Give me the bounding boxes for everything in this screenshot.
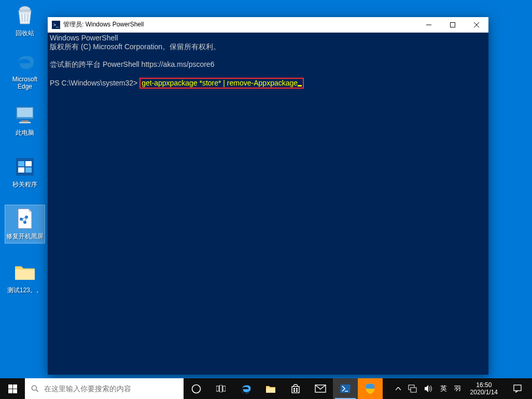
svg-rect-35 — [514, 385, 521, 391]
taskbar-explorer[interactable] — [258, 378, 283, 399]
desktop-icon-label: 测试123。。 — [5, 286, 45, 295]
svg-rect-2 — [21, 120, 29, 122]
desktop-icon-label: 修复开机黑屏 — [5, 232, 45, 241]
desktop[interactable]: 回收站 Microsoft Edge 此电脑 秒关程序 修复开机黑屏 测试123… — [0, 0, 532, 378]
svg-rect-23 — [216, 386, 219, 391]
search-box[interactable] — [25, 378, 184, 399]
network-icon[interactable] — [406, 378, 419, 399]
taskbar-edge[interactable] — [233, 378, 258, 399]
action-center-button[interactable] — [505, 384, 530, 393]
svg-rect-7 — [18, 167, 24, 173]
svg-rect-3 — [19, 122, 31, 123]
desktop-icon-label: 回收站 — [5, 29, 45, 38]
svg-rect-31 — [296, 390, 298, 392]
system-tray: 英 羽 16:50 2020/1/14 — [391, 378, 532, 399]
desktop-icon-repair-blackscreen[interactable]: 修复开机黑屏 — [5, 205, 45, 243]
command-highlight: get-appxpackage *store* | remove-Appxpac… — [139, 78, 304, 89]
folder-icon — [13, 261, 36, 284]
desktop-icon-shutdown-app[interactable]: 秒关程序 — [5, 155, 45, 189]
task-items — [184, 378, 383, 399]
volume-icon[interactable] — [422, 378, 435, 399]
search-icon — [31, 384, 39, 393]
taskbar-store[interactable] — [283, 378, 308, 399]
desktop-icon-label: 秒关程序 — [5, 180, 45, 189]
edge-icon — [13, 51, 36, 74]
minimize-button[interactable] — [417, 17, 441, 33]
ime-mode-indicator[interactable]: 羽 — [452, 378, 463, 399]
taskbar-uac-prompt[interactable] — [358, 378, 383, 399]
recycle-bin-icon — [13, 4, 36, 27]
taskbar-mail[interactable] — [308, 378, 333, 399]
svg-rect-25 — [223, 386, 226, 391]
desktop-icon-edge[interactable]: Microsoft Edge — [5, 51, 45, 90]
clock[interactable]: 16:50 2020/1/14 — [466, 381, 502, 396]
svg-rect-29 — [296, 388, 298, 390]
svg-rect-5 — [18, 161, 24, 166]
desktop-icon-label: 此电脑 — [5, 129, 45, 137]
console-line: 尝试新的跨平台 PowerShell https://aka.ms/pscore… — [50, 60, 486, 69]
powershell-window: >_ 管理员: Windows PowerShell Windows Power… — [48, 17, 488, 375]
svg-rect-34 — [411, 388, 416, 392]
svg-rect-1 — [17, 108, 33, 117]
maximize-button[interactable] — [441, 17, 465, 33]
taskbar: 英 羽 16:50 2020/1/14 — [0, 378, 532, 399]
svg-rect-8 — [25, 167, 32, 173]
cursor — [298, 85, 302, 87]
cortana-button[interactable] — [184, 378, 208, 399]
svg-point-20 — [32, 386, 36, 390]
svg-rect-16 — [8, 384, 12, 389]
svg-rect-6 — [25, 161, 32, 166]
powershell-icon: >_ — [52, 21, 60, 29]
start-button[interactable] — [0, 378, 25, 399]
titlebar[interactable]: >_ 管理员: Windows PowerShell — [48, 17, 488, 33]
desktop-icon-recycle-bin[interactable]: 回收站 — [5, 4, 45, 38]
svg-rect-27 — [292, 387, 299, 393]
console-line: 版权所有 (C) Microsoft Corporation。保留所有权利。 — [50, 42, 486, 51]
computer-icon — [13, 104, 36, 126]
taskbar-powershell[interactable] — [333, 378, 358, 399]
close-button[interactable] — [465, 17, 488, 33]
ime-indicator[interactable]: 英 — [438, 378, 449, 399]
search-input[interactable] — [44, 384, 177, 393]
desktop-icon-test-folder[interactable]: 测试123。。 — [5, 261, 45, 295]
console-prompt-line: PS C:\Windows\system32> get-appxpackage … — [50, 78, 486, 89]
svg-rect-17 — [13, 384, 17, 389]
task-view-button[interactable] — [208, 378, 233, 399]
console-line: Windows PowerShell — [50, 34, 486, 42]
svg-line-21 — [36, 390, 38, 392]
app-icon — [13, 155, 36, 178]
svg-rect-18 — [8, 389, 12, 393]
svg-rect-26 — [266, 388, 275, 393]
svg-rect-13 — [451, 22, 455, 27]
svg-rect-19 — [13, 389, 17, 393]
svg-rect-30 — [293, 390, 295, 392]
clock-time: 16:50 — [470, 381, 498, 389]
batch-file-icon — [13, 207, 36, 230]
svg-rect-24 — [220, 385, 222, 392]
tray-overflow-button[interactable] — [394, 378, 403, 399]
svg-rect-4 — [16, 158, 34, 176]
clock-date: 2020/1/14 — [470, 389, 498, 396]
desktop-icon-label: Microsoft Edge — [5, 76, 45, 90]
desktop-icon-this-pc[interactable]: 此电脑 — [5, 104, 45, 137]
console-output[interactable]: Windows PowerShell 版权所有 (C) Microsoft Co… — [48, 33, 488, 375]
window-title: 管理员: Windows PowerShell — [63, 20, 417, 29]
svg-rect-28 — [293, 388, 295, 390]
svg-point-22 — [192, 384, 200, 393]
